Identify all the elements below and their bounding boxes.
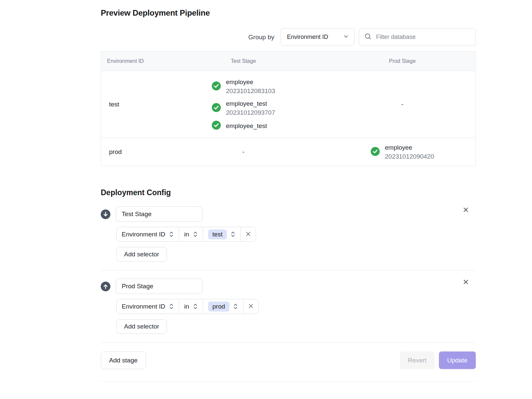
group-by-selected-value: Environment ID	[287, 34, 328, 41]
selector-operator-select[interactable]: in	[179, 227, 203, 241]
table-row: prod - employee 20231012090420	[101, 138, 475, 166]
up-down-chevrons-icon	[230, 231, 235, 238]
pipeline-table: Environment ID Test Stage Prod Stage tes…	[101, 51, 476, 166]
selector-row: Environment ID in prod	[116, 299, 259, 314]
toolbar: Group by Environment ID	[101, 28, 476, 46]
selector-key-select[interactable]: Environment ID	[117, 299, 179, 314]
chevron-down-icon	[343, 34, 349, 41]
config-footer: Add stage Revert Update	[101, 342, 476, 369]
test-stage-cell: employee 20231012083103 employee_test 20…	[158, 71, 329, 138]
stage-config-test: Environment ID in test	[101, 206, 476, 262]
close-icon	[248, 303, 254, 310]
update-button[interactable]: Update	[439, 351, 476, 369]
database-name: employee_test	[226, 121, 267, 130]
filter-database-box	[359, 28, 476, 46]
selector-values-select[interactable]: test	[203, 227, 241, 241]
stage-name-input[interactable]	[116, 279, 202, 294]
prod-stage-empty-cell: -	[329, 101, 475, 108]
database-entry: employee_test 20231012093707	[212, 99, 275, 117]
selector-operator-value: in	[184, 231, 189, 238]
deployment-config-heading: Deployment Config	[101, 188, 476, 197]
search-icon	[364, 33, 371, 41]
database-entry: employee 20231012083103	[212, 77, 275, 95]
selector-row: Environment ID in test	[116, 227, 256, 242]
up-down-chevrons-icon	[169, 303, 174, 310]
database-entry: employee_test	[212, 121, 275, 131]
database-version: 20231012093707	[226, 108, 275, 117]
add-selector-button[interactable]: Add selector	[116, 247, 167, 262]
selector-key-value: Environment ID	[122, 303, 165, 310]
bottom-divider	[101, 381, 476, 382]
close-icon	[245, 231, 251, 238]
test-stage-empty-cell: -	[158, 148, 329, 156]
up-down-chevrons-icon	[169, 231, 174, 238]
database-name: employee_test	[226, 99, 275, 108]
database-entry: employee 20231012090420	[371, 143, 434, 161]
check-circle-icon	[212, 121, 221, 131]
arrow-down-circle-icon	[101, 215, 110, 220]
column-header-prod-stage: Prod Stage	[329, 58, 475, 64]
revert-button[interactable]: Revert	[400, 351, 435, 369]
move-stage-down-button[interactable]	[101, 209, 110, 219]
filter-database-input[interactable]	[375, 33, 470, 41]
environment-id-cell: prod	[101, 148, 158, 156]
check-circle-icon	[212, 81, 221, 92]
add-selector-button[interactable]: Add selector	[116, 319, 167, 334]
database-name: employee	[385, 143, 434, 152]
close-icon	[463, 281, 469, 286]
up-down-chevrons-icon	[193, 303, 198, 310]
check-circle-icon	[371, 147, 380, 157]
arrow-up-circle-icon	[101, 287, 110, 292]
stage-name-input[interactable]	[116, 206, 202, 222]
database-version: 20231012090420	[385, 152, 434, 161]
remove-selector-button[interactable]	[240, 227, 256, 241]
database-version: 20231012083103	[226, 86, 275, 95]
close-icon	[463, 209, 469, 214]
group-by-select[interactable]: Environment ID	[281, 28, 354, 46]
environment-id-cell: test	[101, 101, 158, 108]
selector-operator-value: in	[184, 303, 189, 310]
up-down-chevrons-icon	[233, 303, 238, 310]
selector-values-select[interactable]: prod	[203, 299, 243, 314]
up-down-chevrons-icon	[193, 231, 198, 238]
add-stage-button[interactable]: Add stage	[101, 351, 146, 369]
group-by-label: Group by	[248, 34, 274, 41]
selector-value-tag: prod	[208, 302, 229, 312]
column-header-environment-id: Environment ID	[101, 58, 158, 64]
table-header-row: Environment ID Test Stage Prod Stage	[101, 52, 475, 71]
prod-stage-cell: employee 20231012090420	[329, 138, 475, 166]
selector-operator-select[interactable]: in	[179, 299, 203, 314]
database-name: employee	[226, 77, 275, 86]
selector-key-value: Environment ID	[122, 231, 165, 238]
main-content: Preview Deployment Pipeline Group by Env…	[101, 8, 476, 382]
remove-stage-button[interactable]	[461, 277, 470, 287]
page-title: Preview Deployment Pipeline	[101, 8, 476, 18]
selector-value-tag: test	[208, 229, 227, 239]
table-row: test employee 20231012083103	[101, 71, 475, 138]
stage-config-prod: Environment ID in prod	[101, 270, 476, 334]
move-stage-up-button[interactable]	[101, 282, 110, 291]
column-header-test-stage: Test Stage	[158, 58, 329, 64]
remove-stage-button[interactable]	[461, 205, 470, 214]
selector-key-select[interactable]: Environment ID	[117, 227, 179, 241]
remove-selector-button[interactable]	[243, 299, 258, 314]
check-circle-icon	[212, 103, 221, 113]
